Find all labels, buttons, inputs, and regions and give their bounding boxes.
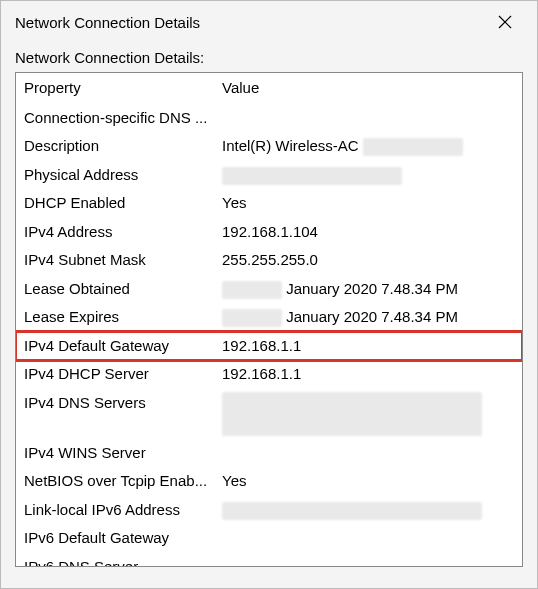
value-text: 192.168.1.1: [222, 365, 301, 382]
column-header-property[interactable]: Property: [16, 73, 216, 104]
value-text: January 2020 7.48.34 PM: [286, 308, 458, 325]
details-label: Network Connection Details:: [1, 43, 537, 72]
value-text: Yes: [222, 194, 246, 211]
value-cell: Yes: [216, 467, 522, 496]
value-cell: [216, 161, 522, 190]
table-row[interactable]: IPv6 Default Gateway: [16, 524, 522, 553]
network-connection-details-dialog: Network Connection Details Network Conne…: [0, 0, 538, 589]
value-cell: [216, 553, 522, 568]
value-cell: [216, 439, 522, 468]
table-row[interactable]: NetBIOS over Tcpip Enab...Yes: [16, 467, 522, 496]
value-cell: Yes: [216, 189, 522, 218]
redacted-region: [222, 309, 282, 327]
property-cell: IPv4 DHCP Server: [16, 360, 216, 389]
value-text: Intel(R) Wireless-AC: [222, 137, 359, 154]
property-cell: Lease Obtained: [16, 275, 216, 304]
value-cell: [216, 389, 522, 439]
value-cell: 192.168.1.1: [216, 332, 522, 361]
value-cell: 192.168.1.1: [216, 360, 522, 389]
property-cell: IPv4 Address: [16, 218, 216, 247]
redacted-region: [363, 138, 463, 156]
property-cell: IPv4 DNS Servers: [16, 389, 216, 439]
value-cell: 192.168.1.104: [216, 218, 522, 247]
dialog-title: Network Connection Details: [15, 14, 200, 31]
table-row[interactable]: IPv4 Default Gateway192.168.1.1: [16, 332, 522, 361]
table-row[interactable]: DescriptionIntel(R) Wireless-AC: [16, 132, 522, 161]
close-button[interactable]: [485, 8, 525, 36]
column-header-value[interactable]: Value: [216, 73, 522, 104]
table-row[interactable]: IPv4 WINS Server: [16, 439, 522, 468]
value-text: 192.168.1.104: [222, 223, 318, 240]
property-cell: IPv4 Subnet Mask: [16, 246, 216, 275]
property-cell: Link-local IPv6 Address: [16, 496, 216, 525]
property-cell: DHCP Enabled: [16, 189, 216, 218]
property-cell: Connection-specific DNS ...: [16, 104, 216, 133]
value-cell: [216, 496, 522, 525]
redacted-region: [222, 502, 482, 520]
value-text: January 2020 7.48.34 PM: [286, 280, 458, 297]
table-row[interactable]: Lease Expires January 2020 7.48.34 PM: [16, 303, 522, 332]
property-cell: Description: [16, 132, 216, 161]
property-cell: IPv6 Default Gateway: [16, 524, 216, 553]
redacted-region: [222, 167, 402, 185]
table-header-row: Property Value: [16, 73, 522, 104]
table-row[interactable]: IPv6 DNS Server: [16, 553, 522, 568]
table-row[interactable]: Physical Address: [16, 161, 522, 190]
table-row[interactable]: IPv4 DHCP Server192.168.1.1: [16, 360, 522, 389]
property-cell: Lease Expires: [16, 303, 216, 332]
value-cell: [216, 104, 522, 133]
value-cell: January 2020 7.48.34 PM: [216, 303, 522, 332]
details-frame: Property Value Connection-specific DNS .…: [15, 72, 523, 567]
value-text: 255.255.255.0: [222, 251, 318, 268]
redacted-region: [222, 392, 482, 436]
property-cell: NetBIOS over Tcpip Enab...: [16, 467, 216, 496]
close-icon: [498, 15, 512, 29]
value-cell: 255.255.255.0: [216, 246, 522, 275]
redacted-region: [222, 281, 282, 299]
details-table: Property Value Connection-specific DNS .…: [16, 73, 522, 567]
value-cell: Intel(R) Wireless-AC: [216, 132, 522, 161]
table-row[interactable]: IPv4 Address192.168.1.104: [16, 218, 522, 247]
table-row[interactable]: Connection-specific DNS ...: [16, 104, 522, 133]
table-row[interactable]: IPv4 DNS Servers: [16, 389, 522, 439]
titlebar: Network Connection Details: [1, 1, 537, 43]
value-text: 192.168.1.1: [222, 337, 301, 354]
table-row[interactable]: IPv4 Subnet Mask255.255.255.0: [16, 246, 522, 275]
property-cell: IPv4 WINS Server: [16, 439, 216, 468]
property-cell: IPv6 DNS Server: [16, 553, 216, 568]
table-row[interactable]: Link-local IPv6 Address: [16, 496, 522, 525]
value-text: Yes: [222, 472, 246, 489]
value-cell: [216, 524, 522, 553]
property-cell: Physical Address: [16, 161, 216, 190]
table-row[interactable]: Lease Obtained January 2020 7.48.34 PM: [16, 275, 522, 304]
value-cell: January 2020 7.48.34 PM: [216, 275, 522, 304]
table-row[interactable]: DHCP EnabledYes: [16, 189, 522, 218]
property-cell: IPv4 Default Gateway: [16, 332, 216, 361]
